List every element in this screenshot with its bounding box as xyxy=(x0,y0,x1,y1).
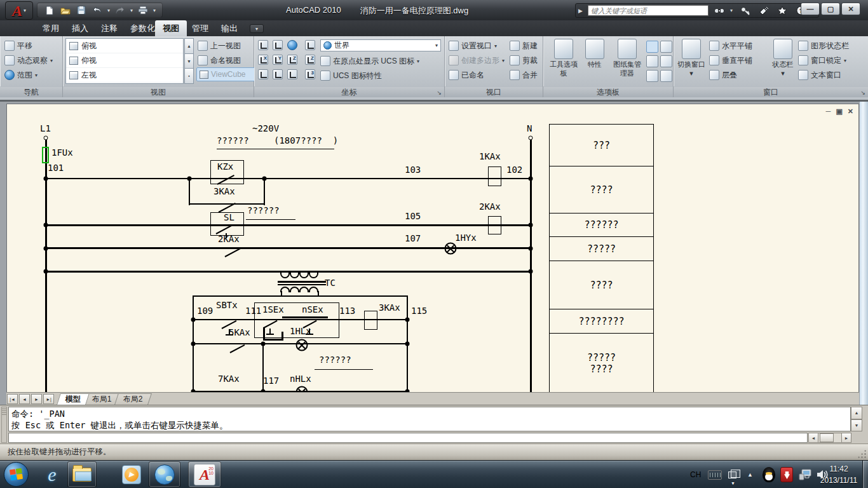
scroll-down-icon[interactable]: ▼ xyxy=(851,419,862,432)
key-icon[interactable] xyxy=(738,5,753,17)
command-window-grip[interactable] xyxy=(1,407,7,443)
tab-model[interactable]: 模型 xyxy=(57,393,90,405)
switch-windows-button[interactable]: 切换窗口▾ xyxy=(677,37,706,78)
command-history[interactable]: 命令: '_PAN 按 Esc 或 Enter 键退出，或单击右键显示快捷菜单。 xyxy=(8,407,851,431)
panel-label-views[interactable]: 视图 xyxy=(63,86,254,97)
visual-styles-icon[interactable] xyxy=(646,70,658,82)
panel-label-window[interactable]: 窗口 xyxy=(674,86,868,97)
taskbar-explorer-button[interactable] xyxy=(67,461,97,487)
panel-label-palettes[interactable]: 选项板 xyxy=(543,86,673,97)
scroll-split-icon[interactable]: ▪ xyxy=(184,69,194,84)
named-views-button[interactable]: 命名视图 xyxy=(198,54,241,67)
previous-view-button[interactable]: 上一视图 xyxy=(198,39,241,52)
orbit-button[interactable]: 动态观察▾ xyxy=(4,54,53,67)
ucs-combo[interactable]: 世界▾ xyxy=(320,39,441,51)
tab-layout2[interactable]: 布局2 xyxy=(114,393,152,405)
drawing-canvas[interactable]: ─ ▣ ✕ L1N1FUx101~220V??????(1807???? )KZ… xyxy=(6,104,859,394)
scroll-left-icon[interactable]: ◄ xyxy=(809,433,818,442)
search-dropdown[interactable]: ▾ xyxy=(730,8,735,13)
ucs-world-icon[interactable] xyxy=(287,40,297,50)
application-menu-button[interactable]: A ▾ xyxy=(5,1,33,20)
ucs-object-icon[interactable] xyxy=(258,69,268,79)
ucs-y-icon[interactable] xyxy=(273,55,283,65)
resize-grip-icon[interactable] xyxy=(857,449,866,458)
ucs-zaxis-vector-icon[interactable] xyxy=(305,55,315,65)
network-icon[interactable] xyxy=(798,461,813,488)
ucs-x-icon[interactable] xyxy=(258,55,268,65)
tab-manage[interactable]: 管理 xyxy=(184,20,216,36)
viewport-clip-button[interactable]: 剪裁 xyxy=(510,54,538,67)
tile-horizontal-button[interactable]: 水平平铺 xyxy=(709,39,752,52)
language-options-dropdown[interactable]: ▼ xyxy=(731,469,735,488)
keyboard-icon[interactable] xyxy=(708,461,722,488)
view-list-item-bottom[interactable]: 仰视 xyxy=(66,53,183,68)
ucs-icon-properties-button[interactable]: UCS 图标特性 xyxy=(320,69,382,82)
tray-clock[interactable]: 11:422013/11/11 xyxy=(816,463,862,486)
start-button[interactable] xyxy=(4,462,29,487)
qat-redo-button[interactable] xyxy=(113,4,127,17)
external-references-icon[interactable] xyxy=(660,41,672,53)
taskbar-ie-button[interactable]: e xyxy=(39,461,65,487)
properties-palette-button[interactable]: 特性 xyxy=(581,37,608,69)
cascade-button[interactable]: 层叠 xyxy=(709,69,737,81)
tab-insert[interactable]: 插入 xyxy=(64,20,96,36)
qat-customize-dropdown[interactable]: ▾ xyxy=(152,8,157,13)
markup-set-manager-icon[interactable] xyxy=(646,55,658,67)
tab-nav-last-button[interactable]: ►| xyxy=(43,394,54,404)
window-maximize-button[interactable]: ▢ xyxy=(821,3,840,15)
view-list-item-top[interactable]: 俯视 xyxy=(66,39,183,53)
panel-label-viewports[interactable]: 视口 xyxy=(445,86,543,97)
tab-view[interactable]: 视图 xyxy=(155,20,187,36)
qat-plot-button[interactable] xyxy=(136,4,150,17)
infocenter-search-input[interactable] xyxy=(588,5,709,16)
text-window-button[interactable]: 文本窗口 xyxy=(798,69,841,81)
qat-undo-button[interactable] xyxy=(90,4,104,17)
ucs-face-icon[interactable] xyxy=(273,69,283,79)
qat-new-button[interactable] xyxy=(43,4,57,17)
tab-nav-prev-button[interactable]: ◄ xyxy=(19,394,30,404)
search-icon[interactable] xyxy=(712,5,727,17)
quickcalc-icon[interactable] xyxy=(660,55,672,67)
sheet-set-manager-button[interactable]: 图纸集管理器 xyxy=(611,37,644,78)
scroll-right-icon[interactable]: ► xyxy=(841,433,851,442)
qat-open-button[interactable] xyxy=(58,4,72,17)
doc-restore-button[interactable]: ▣ xyxy=(836,107,842,116)
star-icon[interactable] xyxy=(775,5,790,17)
scroll-up-icon[interactable]: ▲ xyxy=(184,38,194,54)
viewcube-button[interactable]: ViewCube xyxy=(196,67,256,81)
tile-vertical-button[interactable]: 垂直平铺 xyxy=(709,54,752,67)
scroll-down-icon[interactable]: ▼ xyxy=(184,54,194,69)
qat-undo-dropdown[interactable]: ▾ xyxy=(106,8,111,13)
view-list-item-left[interactable]: 左视 xyxy=(66,68,183,83)
doc-minimize-button[interactable]: ─ xyxy=(826,107,831,116)
ribbon-minimize-button[interactable]: ▼ xyxy=(250,24,264,33)
ucs-3point-icon[interactable] xyxy=(305,69,315,79)
window-minimize-button[interactable]: — xyxy=(801,3,820,15)
taskbar-autocad-button[interactable]: A2010 xyxy=(188,461,221,487)
viewport-polygon-button[interactable]: 创建多边形▾ xyxy=(449,54,505,67)
panel-expand-icon[interactable]: ↘ xyxy=(437,90,442,96)
qat-redo-dropdown[interactable]: ▾ xyxy=(129,8,134,13)
ucs-named-icon[interactable] xyxy=(273,40,283,50)
panel-expand-icon[interactable]: ↘ xyxy=(860,90,865,96)
satellite-icon[interactable] xyxy=(756,5,771,17)
view-list[interactable]: 俯视 仰视 左视 xyxy=(65,38,184,84)
security-icon[interactable] xyxy=(780,461,793,488)
viewport-new-button[interactable]: 新建 xyxy=(510,39,538,52)
drawing-status-bar-button[interactable]: 图形状态栏 xyxy=(798,39,849,52)
window-lock-button[interactable]: 窗口锁定▾ xyxy=(798,54,846,67)
dbconnect-icon[interactable] xyxy=(660,70,672,82)
tab-annotate[interactable]: 注释 xyxy=(93,20,125,36)
panel-label-navigate[interactable]: 导航 xyxy=(0,86,62,97)
tray-show-hidden-button[interactable]: ▲ xyxy=(747,461,753,488)
tab-home[interactable]: 常用 xyxy=(35,20,67,36)
status-bar-button[interactable]: 状态栏 ▾ xyxy=(770,37,796,78)
scrollbar-thumb[interactable] xyxy=(820,433,834,442)
tab-nav-next-button[interactable]: ► xyxy=(31,394,42,404)
qq-icon[interactable] xyxy=(763,461,775,488)
window-close-button[interactable]: ✕ xyxy=(841,3,860,15)
viewport-config-button[interactable]: 设置视口▾ xyxy=(449,39,497,52)
taskbar-browser-button[interactable] xyxy=(149,461,180,487)
qat-save-button[interactable] xyxy=(74,4,88,17)
tray-language-indicator[interactable]: CH xyxy=(690,461,701,488)
